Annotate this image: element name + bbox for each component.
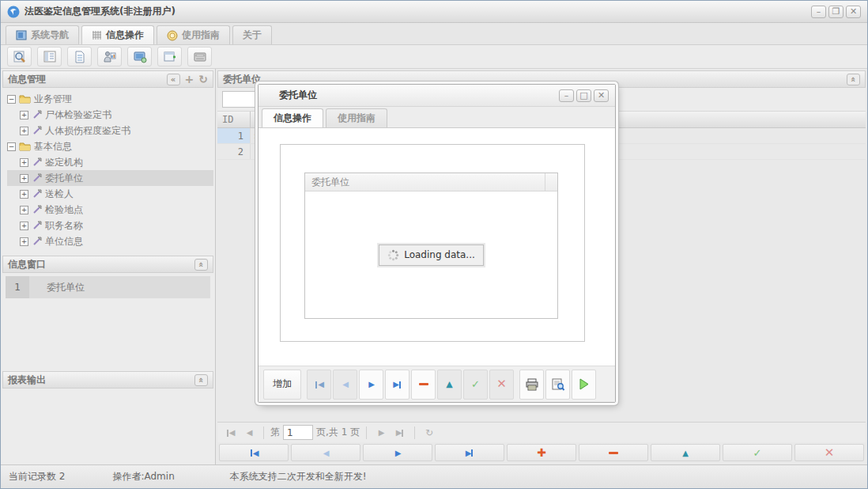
nav-edit-button[interactable]: ▲	[651, 444, 720, 461]
tree-node-injury-report[interactable]: + 人体损伤程度鉴定书	[7, 123, 213, 138]
dialog-tab-user-guide[interactable]: 使用指南	[326, 108, 387, 127]
printer-tray-icon	[193, 51, 207, 63]
nav-insert-button[interactable]: ✚	[507, 444, 576, 461]
page-number-input[interactable]	[283, 425, 313, 440]
list-item[interactable]: 1 委托单位	[6, 276, 210, 298]
last-page-button[interactable]: ▶	[392, 426, 408, 440]
expand-node-icon[interactable]: +	[20, 127, 28, 135]
tree-node-basic-info[interactable]: − 基本信息	[7, 138, 213, 154]
nav-prev-button[interactable]: ◀	[291, 444, 360, 461]
tree-label: 检验地点	[45, 203, 83, 217]
nav-last-button[interactable]: ▶	[435, 444, 504, 461]
tree-node-exam-location[interactable]: + 检验地点	[7, 202, 213, 218]
tree-node-agency[interactable]: + 鉴定机构	[7, 154, 213, 170]
dialog-maximize-button[interactable]: □	[576, 89, 591, 102]
dialog-title: 委托单位	[279, 89, 557, 102]
dialog-next-button[interactable]: ▶	[359, 370, 383, 400]
nav-delete-button[interactable]	[579, 444, 648, 461]
blue-square-icon	[16, 30, 27, 40]
collapse-panel-button[interactable]: «	[194, 374, 208, 386]
panel-title: 信息窗口	[8, 258, 46, 271]
minimize-button[interactable]: –	[811, 6, 826, 18]
printer-icon	[525, 378, 539, 391]
close-button[interactable]: ✕	[846, 6, 861, 18]
add-record-button[interactable]: 增加	[263, 370, 301, 400]
dialog-execute-button[interactable]	[572, 370, 596, 400]
report-output-body	[2, 389, 213, 463]
tree-node-corpse-report[interactable]: + 尸体检验鉴定书	[7, 107, 213, 123]
spinner-icon	[387, 249, 399, 261]
refresh-grid-icon[interactable]: ↻	[421, 426, 437, 440]
tab-label: 信息操作	[106, 28, 144, 42]
user-report-button[interactable]	[97, 47, 122, 66]
nav-cancel-button[interactable]: ✕	[794, 444, 864, 461]
status-message: 本系统支持二次开发和全新开发!	[230, 470, 367, 483]
dialog-grid-column-header[interactable]: 委托单位	[305, 173, 545, 191]
prev-page-button[interactable]: ◀	[241, 426, 257, 440]
tab-info-operation[interactable]: 信息操作	[81, 25, 154, 44]
content-panel-title: 委托单位	[223, 73, 261, 86]
first-page-button[interactable]: ◀	[222, 426, 238, 440]
tab-system-navigation[interactable]: 系统导航	[6, 25, 79, 44]
tree-node-submitter[interactable]: + 送检人	[7, 186, 213, 202]
refresh-icon[interactable]: ↻	[198, 74, 208, 85]
tab-about[interactable]: 关于	[232, 25, 272, 44]
record-navigator: ◀ ◀ ▶ ▶ ✚ ▲ ✓ ✕	[217, 442, 866, 464]
document-button[interactable]	[67, 47, 92, 66]
expand-node-icon[interactable]: +	[20, 190, 28, 199]
navigation-tree: − 业务管理 + 尸体检验鉴定书 +	[2, 88, 213, 256]
dialog-cancel-button[interactable]: ✕	[489, 370, 514, 400]
tree-node-unit-info[interactable]: + 单位信息	[7, 233, 213, 249]
form-view-button[interactable]	[37, 47, 62, 66]
icon-toolbar	[1, 45, 867, 69]
clock-icon	[167, 30, 178, 41]
nav-next-button[interactable]: ▶	[363, 444, 432, 461]
tree-node-business[interactable]: − 业务管理	[7, 91, 213, 107]
expand-node-icon[interactable]: +	[20, 158, 28, 167]
tab-user-guide[interactable]: 使用指南	[157, 25, 230, 44]
panel-header-info-window: 信息窗口 «	[2, 256, 213, 273]
new-window-button[interactable]	[157, 47, 182, 66]
grid-column-id[interactable]: ID	[217, 112, 251, 127]
next-page-button[interactable]: ▶	[373, 426, 389, 440]
tree-node-job-title[interactable]: + 职务名称	[7, 218, 213, 233]
expand-node-icon[interactable]: +	[20, 222, 28, 230]
search-button[interactable]	[7, 47, 32, 66]
tool-icon	[32, 189, 42, 199]
expand-node-icon[interactable]: +	[20, 237, 28, 246]
monitor-button[interactable]	[127, 47, 152, 66]
add-icon[interactable]: +	[185, 74, 194, 85]
dialog-toolbar: 增加 ◀ ◀ ▶ ▶ ▲ ✓ ✕	[259, 366, 615, 402]
tool-icon	[32, 126, 42, 136]
grid-cell-id: 2	[217, 144, 251, 159]
folder-icon	[19, 94, 31, 104]
expand-node-icon[interactable]: +	[20, 206, 28, 214]
dialog-tab-info-operation[interactable]: 信息操作	[262, 108, 323, 127]
dialog-preview-button[interactable]	[545, 370, 570, 400]
dialog-close-button[interactable]: ✕	[594, 89, 609, 102]
dialog-delete-button[interactable]	[411, 370, 436, 400]
expand-node-icon[interactable]: +	[20, 174, 28, 183]
dialog-prev-button[interactable]: ◀	[333, 370, 357, 400]
tool-icon	[32, 205, 42, 215]
nav-post-button[interactable]: ✓	[723, 444, 792, 461]
dialog-post-button[interactable]: ✓	[463, 370, 488, 400]
dialog-minimize-button[interactable]: –	[559, 89, 574, 102]
collapse-panel-button[interactable]: «	[847, 74, 860, 85]
tree-node-client-unit[interactable]: + 委托单位	[7, 170, 213, 186]
nav-first-button[interactable]: ◀	[219, 444, 289, 461]
collapse-panel-button[interactable]: «	[167, 74, 180, 85]
printer-tray-button[interactable]	[187, 47, 212, 66]
dialog-print-button[interactable]	[519, 370, 544, 400]
tree-label: 人体损伤程度鉴定书	[45, 124, 130, 138]
collapse-panel-button[interactable]: «	[194, 259, 208, 271]
dialog-edit-button[interactable]: ▲	[437, 370, 462, 400]
dialog-first-button[interactable]: ◀	[307, 370, 331, 400]
dialog-last-button[interactable]: ▶	[385, 370, 409, 400]
collapse-node-icon[interactable]: −	[7, 142, 16, 151]
restore-button[interactable]: ❐	[828, 6, 843, 18]
collapse-node-icon[interactable]: −	[7, 95, 16, 104]
panel-header-report-output: 报表输出 «	[2, 371, 213, 389]
user-chart-icon	[103, 51, 117, 63]
expand-node-icon[interactable]: +	[20, 111, 28, 119]
